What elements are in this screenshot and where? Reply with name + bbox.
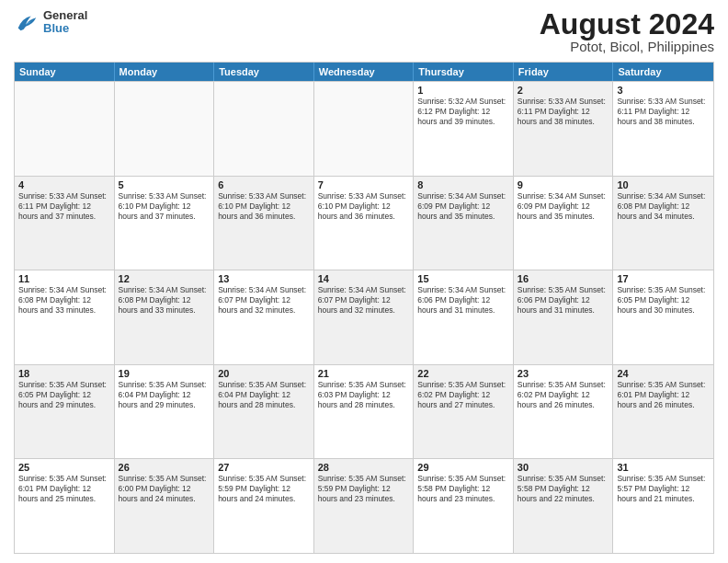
calendar-cell-empty-0-3 xyxy=(314,82,415,176)
calendar-cell-empty-0-0 xyxy=(15,82,115,176)
day-number: 14 xyxy=(318,273,410,284)
header-day-monday: Monday xyxy=(115,63,215,81)
header-day-wednesday: Wednesday xyxy=(314,63,415,81)
day-info: Sunrise: 5:33 AM Sunset: 6:10 PM Dayligh… xyxy=(218,191,310,222)
calendar-row-1: 4Sunrise: 5:33 AM Sunset: 6:11 PM Daylig… xyxy=(15,176,713,270)
day-number: 29 xyxy=(417,462,509,473)
day-info: Sunrise: 5:35 AM Sunset: 6:04 PM Dayligh… xyxy=(119,380,210,410)
day-info: Sunrise: 5:34 AM Sunset: 6:07 PM Dayligh… xyxy=(218,285,310,316)
header-day-friday: Friday xyxy=(514,63,614,81)
day-number: 12 xyxy=(119,273,210,284)
day-number: 27 xyxy=(218,462,310,473)
header: General Blue August 2024 Potot, Bicol, P… xyxy=(14,9,714,54)
day-number: 17 xyxy=(617,273,710,284)
day-number: 3 xyxy=(617,85,710,96)
day-info: Sunrise: 5:35 AM Sunset: 5:59 PM Dayligh… xyxy=(318,474,410,504)
day-info: Sunrise: 5:35 AM Sunset: 6:04 PM Dayligh… xyxy=(218,380,310,410)
calendar-row-2: 11Sunrise: 5:34 AM Sunset: 6:08 PM Dayli… xyxy=(15,270,713,364)
calendar-cell-4: 4Sunrise: 5:33 AM Sunset: 6:11 PM Daylig… xyxy=(15,177,115,270)
day-info: Sunrise: 5:35 AM Sunset: 5:59 PM Dayligh… xyxy=(218,474,310,504)
logo-line1: General xyxy=(43,9,87,22)
day-info: Sunrise: 5:34 AM Sunset: 6:08 PM Dayligh… xyxy=(119,285,210,316)
calendar-cell-3: 3Sunrise: 5:33 AM Sunset: 6:11 PM Daylig… xyxy=(613,82,713,176)
calendar-header: SundayMondayTuesdayWednesdayThursdayFrid… xyxy=(15,63,713,81)
day-info: Sunrise: 5:34 AM Sunset: 6:07 PM Dayligh… xyxy=(318,285,410,316)
calendar-cell-12: 12Sunrise: 5:34 AM Sunset: 6:08 PM Dayli… xyxy=(115,270,215,364)
calendar-cell-29: 29Sunrise: 5:35 AM Sunset: 5:58 PM Dayli… xyxy=(414,459,514,553)
day-info: Sunrise: 5:32 AM Sunset: 6:12 PM Dayligh… xyxy=(417,97,509,127)
day-number: 6 xyxy=(218,179,310,190)
day-number: 8 xyxy=(417,179,509,190)
day-number: 10 xyxy=(617,179,710,190)
calendar-cell-18: 18Sunrise: 5:35 AM Sunset: 6:05 PM Dayli… xyxy=(15,365,115,459)
day-info: Sunrise: 5:35 AM Sunset: 5:57 PM Dayligh… xyxy=(617,474,710,504)
day-info: Sunrise: 5:33 AM Sunset: 6:11 PM Dayligh… xyxy=(518,97,609,127)
calendar-cell-5: 5Sunrise: 5:33 AM Sunset: 6:10 PM Daylig… xyxy=(115,177,215,270)
day-number: 5 xyxy=(119,179,210,190)
calendar-cell-empty-0-2 xyxy=(214,82,314,176)
day-info: Sunrise: 5:35 AM Sunset: 6:03 PM Dayligh… xyxy=(318,380,410,410)
day-info: Sunrise: 5:35 AM Sunset: 6:05 PM Dayligh… xyxy=(18,380,110,410)
header-day-tuesday: Tuesday xyxy=(214,63,314,81)
calendar-body: 1Sunrise: 5:32 AM Sunset: 6:12 PM Daylig… xyxy=(15,81,713,553)
day-number: 11 xyxy=(18,273,110,284)
calendar-cell-23: 23Sunrise: 5:35 AM Sunset: 6:02 PM Dayli… xyxy=(514,365,614,459)
day-number: 21 xyxy=(318,368,410,379)
calendar-cell-7: 7Sunrise: 5:33 AM Sunset: 6:10 PM Daylig… xyxy=(314,177,415,270)
day-info: Sunrise: 5:34 AM Sunset: 6:08 PM Dayligh… xyxy=(18,285,110,316)
calendar-cell-22: 22Sunrise: 5:35 AM Sunset: 6:02 PM Dayli… xyxy=(414,365,514,459)
calendar-cell-16: 16Sunrise: 5:35 AM Sunset: 6:06 PM Dayli… xyxy=(514,270,614,364)
day-number: 30 xyxy=(518,462,609,473)
day-number: 9 xyxy=(518,179,609,190)
day-number: 25 xyxy=(18,462,110,473)
day-info: Sunrise: 5:34 AM Sunset: 6:06 PM Dayligh… xyxy=(417,285,509,316)
calendar-cell-1: 1Sunrise: 5:32 AM Sunset: 6:12 PM Daylig… xyxy=(414,82,514,176)
day-number: 23 xyxy=(518,368,609,379)
calendar-cell-8: 8Sunrise: 5:34 AM Sunset: 6:09 PM Daylig… xyxy=(414,177,514,270)
day-info: Sunrise: 5:34 AM Sunset: 6:09 PM Dayligh… xyxy=(518,191,609,222)
calendar-cell-11: 11Sunrise: 5:34 AM Sunset: 6:08 PM Dayli… xyxy=(15,270,115,364)
logo-line2: Blue xyxy=(43,22,87,35)
calendar-cell-28: 28Sunrise: 5:35 AM Sunset: 5:59 PM Dayli… xyxy=(314,459,415,553)
day-info: Sunrise: 5:35 AM Sunset: 6:01 PM Dayligh… xyxy=(18,474,110,504)
day-info: Sunrise: 5:33 AM Sunset: 6:10 PM Dayligh… xyxy=(318,191,410,222)
title-block: August 2024 Potot, Bicol, Philippines xyxy=(540,9,714,54)
day-number: 2 xyxy=(518,85,609,96)
header-day-saturday: Saturday xyxy=(613,63,713,81)
calendar-cell-6: 6Sunrise: 5:33 AM Sunset: 6:10 PM Daylig… xyxy=(214,177,314,270)
calendar-cell-17: 17Sunrise: 5:35 AM Sunset: 6:05 PM Dayli… xyxy=(613,270,713,364)
day-number: 15 xyxy=(417,273,509,284)
calendar-cell-21: 21Sunrise: 5:35 AM Sunset: 6:03 PM Dayli… xyxy=(314,365,415,459)
calendar-cell-15: 15Sunrise: 5:34 AM Sunset: 6:06 PM Dayli… xyxy=(414,270,514,364)
day-info: Sunrise: 5:35 AM Sunset: 5:58 PM Dayligh… xyxy=(417,474,509,504)
logo: General Blue xyxy=(14,9,87,36)
day-info: Sunrise: 5:35 AM Sunset: 6:00 PM Dayligh… xyxy=(119,474,210,504)
calendar-cell-27: 27Sunrise: 5:35 AM Sunset: 5:59 PM Dayli… xyxy=(214,459,314,553)
day-number: 18 xyxy=(18,368,110,379)
header-day-sunday: Sunday xyxy=(15,63,115,81)
calendar-cell-25: 25Sunrise: 5:35 AM Sunset: 6:01 PM Dayli… xyxy=(15,459,115,553)
page: General Blue August 2024 Potot, Bicol, P… xyxy=(0,0,728,563)
day-number: 7 xyxy=(318,179,410,190)
day-number: 1 xyxy=(417,85,509,96)
calendar-row-3: 18Sunrise: 5:35 AM Sunset: 6:05 PM Dayli… xyxy=(15,364,713,459)
calendar-cell-31: 31Sunrise: 5:35 AM Sunset: 5:57 PM Dayli… xyxy=(613,459,713,553)
day-info: Sunrise: 5:33 AM Sunset: 6:11 PM Dayligh… xyxy=(617,97,710,127)
day-info: Sunrise: 5:35 AM Sunset: 6:05 PM Dayligh… xyxy=(617,285,710,316)
day-number: 31 xyxy=(617,462,710,473)
calendar-subtitle: Potot, Bicol, Philippines xyxy=(540,39,714,54)
calendar-row-0: 1Sunrise: 5:32 AM Sunset: 6:12 PM Daylig… xyxy=(15,81,713,176)
calendar-cell-20: 20Sunrise: 5:35 AM Sunset: 6:04 PM Dayli… xyxy=(214,365,314,459)
day-info: Sunrise: 5:35 AM Sunset: 6:06 PM Dayligh… xyxy=(518,285,609,316)
day-info: Sunrise: 5:33 AM Sunset: 6:10 PM Dayligh… xyxy=(119,191,210,222)
logo-icon xyxy=(14,9,40,35)
calendar-cell-30: 30Sunrise: 5:35 AM Sunset: 5:58 PM Dayli… xyxy=(514,459,614,553)
calendar-cell-14: 14Sunrise: 5:34 AM Sunset: 6:07 PM Dayli… xyxy=(314,270,415,364)
day-number: 28 xyxy=(318,462,410,473)
calendar-cell-9: 9Sunrise: 5:34 AM Sunset: 6:09 PM Daylig… xyxy=(514,177,614,270)
logo-text: General Blue xyxy=(43,9,87,36)
header-day-thursday: Thursday xyxy=(414,63,514,81)
day-number: 19 xyxy=(119,368,210,379)
calendar-cell-empty-0-1 xyxy=(115,82,215,176)
calendar-row-4: 25Sunrise: 5:35 AM Sunset: 6:01 PM Dayli… xyxy=(15,458,713,553)
